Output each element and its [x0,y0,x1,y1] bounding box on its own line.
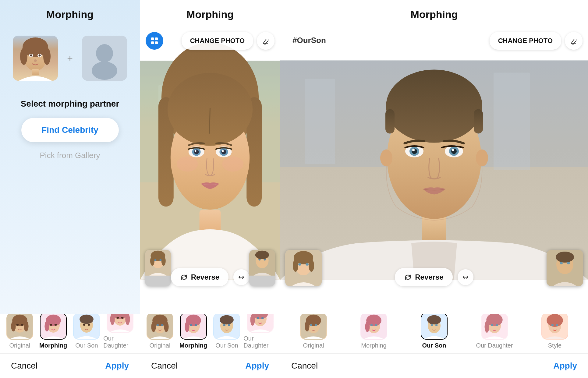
svg-point-91 [220,315,234,325]
tab-original-p1[interactable]: Original [3,314,37,353]
tab-original-p3[interactable]: Original [283,314,344,353]
svg-point-26 [54,324,57,326]
svg-point-124 [298,263,301,266]
svg-point-130 [567,262,570,264]
svg-rect-102 [305,79,335,164]
partner-photo-box[interactable] [82,36,127,81]
tab-thumb-ourson-p3 [421,314,448,340]
tab-morphing-p2[interactable]: Morphing [177,314,210,353]
svg-point-31 [88,324,90,326]
reverse-button-p2[interactable]: Reverse [171,268,228,286]
change-photo-button-p2[interactable]: CHANGE PHOTO [182,32,253,50]
svg-point-141 [370,324,373,326]
svg-point-158 [556,324,558,326]
svg-point-59 [222,157,243,172]
tab-thumb-morph-svg-p2 [181,314,206,339]
svg-point-110 [476,150,488,167]
panel1-cancel-button[interactable]: Cancel [11,361,37,371]
tab-ourson-p1[interactable]: Our Son [70,314,104,353]
eraser-icon-button-p3[interactable] [565,32,583,50]
tab-label-original-p3: Original [303,342,324,349]
svg-point-36 [125,314,130,325]
panel3-main-photo-area: #OurSon CHANGE PHOTO [280,26,588,314]
tab-morphing-p1[interactable]: Morphing [37,314,70,353]
panel2-tabs: Original Morphing [140,314,280,353]
svg-point-12 [96,44,113,62]
svg-point-125 [306,263,309,266]
tab-ourdaughter-p2[interactable]: Our Daughter [243,314,277,353]
svg-point-30 [83,324,86,326]
panel3-thumb-right[interactable] [547,250,583,286]
tab-label-morphing-p3: Morphing [361,342,386,349]
svg-point-7 [30,55,32,57]
svg-point-128 [556,252,574,263]
pick-gallery-button[interactable]: Pick from Gallery [40,151,100,160]
svg-rect-103 [494,73,530,170]
svg-rect-63 [155,41,158,44]
svg-rect-61 [155,37,158,40]
tab-morphing-p3[interactable]: Morphing [344,314,404,353]
panel2-title: Morphing [140,0,280,26]
tab-style-p3[interactable]: Style [525,314,585,353]
svg-point-146 [431,324,433,326]
svg-point-109 [380,150,392,167]
panel2-apply-button[interactable]: Apply [245,361,269,371]
panel3-thumb-right-svg [547,250,583,286]
svg-point-18 [24,321,28,331]
svg-point-86 [185,322,189,332]
svg-point-156 [547,314,563,327]
panel-morphing-result: Morphing [140,0,280,378]
change-photo-button-p3[interactable]: CHANGE PHOTO [490,32,561,50]
tab-ourson-p2[interactable]: Our Son [210,314,244,353]
tab-original-p2[interactable]: Original [143,314,177,353]
panel2-bottom-bar: Cancel Apply [140,353,280,378]
reverse-button-p3[interactable]: Reverse [395,268,452,286]
panel2-thumb-right[interactable] [249,250,275,286]
svg-point-13 [92,62,117,80]
svg-point-151 [485,321,489,333]
tab-label-style-p3: Style [548,342,561,349]
tab-label-ourdaughter-p2: Our Daughter [243,335,277,349]
tab-label-ourdaughter-p1: Our Daughter [103,335,137,349]
panel3-thumb-left[interactable] [285,250,322,286]
svg-point-56 [195,150,197,152]
panel3-title: Morphing [280,0,588,26]
panel3-right-controls: CHANGE PHOTO [490,32,583,50]
svg-point-145 [427,315,441,325]
tab-thumb-style-p3 [541,314,568,340]
panel3-cancel-button[interactable]: Cancel [291,361,318,371]
svg-point-29 [80,315,94,324]
tab-ourdaughter-p3[interactable]: Our Daughter [464,314,525,353]
panel3-apply-button[interactable]: Apply [553,361,577,371]
panel-ourson-result: Morphing [280,0,588,378]
svg-rect-60 [151,37,154,40]
source-photo-box [13,36,58,81]
tab-ourson-p3[interactable]: Our Son [404,314,464,353]
expand-button-p2[interactable] [233,269,249,285]
expand-button-p3[interactable] [458,269,473,285]
panel1-apply-button[interactable]: Apply [105,361,129,371]
placeholder-face-svg [82,36,127,81]
grid-icon-p2 [150,37,159,45]
eraser-icon-button-p2[interactable] [257,32,275,50]
tab-thumb-svg-4 [107,314,133,332]
panel2-cancel-button[interactable]: Cancel [151,361,178,371]
svg-point-69 [154,259,156,261]
svg-point-20 [21,324,23,326]
find-celebrity-button[interactable]: Find Celebrity [21,118,119,142]
svg-point-55 [221,150,226,154]
eraser-icon-p2 [261,37,270,45]
panel3-thumb-overlay: Reverse [285,250,583,286]
svg-point-147 [435,324,438,326]
reverse-label-p3: Reverse [415,273,443,281]
tab-thumb-daughter-svg-p2 [247,314,273,332]
svg-point-9 [34,59,37,62]
tab-ourdaughter-p1[interactable]: Our Daughter [103,314,137,353]
svg-rect-62 [151,41,154,44]
svg-point-99 [261,317,264,319]
grid-icon-button-p2[interactable] [146,32,163,50]
panel2-main-photo-area: CHANGE PHOTO [140,26,280,314]
reverse-icon-p3 [404,273,412,281]
panel2-thumb-left[interactable] [145,250,171,286]
svg-point-122 [293,260,298,272]
